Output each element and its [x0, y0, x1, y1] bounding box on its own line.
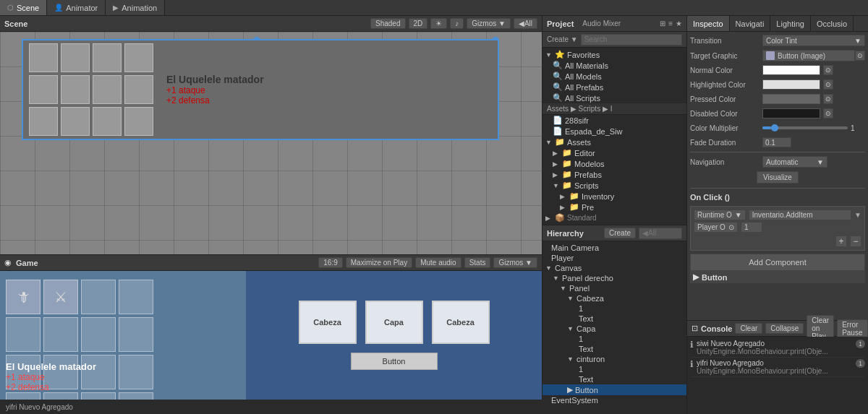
hier-capa-1[interactable]: 1	[542, 334, 686, 344]
file-espada[interactable]: 📄 Espada_de_Siw	[542, 126, 686, 137]
assets-header[interactable]: ▼ 📁 Assets	[542, 137, 686, 147]
tab-inspecto[interactable]: Inspecto	[687, 16, 730, 31]
hier-cabeza1-1[interactable]: 1	[542, 303, 686, 314]
game-slot-cabeza1[interactable]: Cabeza	[299, 301, 357, 344]
hier-cinturon-text[interactable]: Text	[542, 374, 686, 384]
game-inv-slot[interactable]	[81, 317, 116, 352]
runtime-dropdown-arrow2[interactable]: ▼	[854, 211, 861, 219]
2d-button[interactable]: 2D	[409, 18, 428, 29]
game-inv-slot[interactable]	[6, 317, 41, 352]
hier-canvas[interactable]: ▼ Canvas	[542, 263, 686, 273]
runtime-value[interactable]: Inventario.AddItem	[749, 210, 851, 220]
hier-eventsystem[interactable]: EventSystem	[542, 395, 686, 405]
game-gizmos[interactable]: Gizmos ▼	[493, 257, 537, 268]
gizmos-dropdown[interactable]: Gizmos ▼	[467, 18, 511, 29]
navigation-dropdown[interactable]: Automatic ▼	[762, 156, 827, 168]
game-inv-slot[interactable]	[119, 392, 153, 400]
all-button[interactable]: ◀All	[514, 18, 537, 29]
add-component-button[interactable]: Add Component	[690, 254, 865, 271]
game-inv-slot[interactable]	[6, 392, 41, 400]
hier-capa-text[interactable]: Text	[542, 344, 686, 354]
create-label[interactable]: Create ▼	[547, 35, 578, 43]
fav-models[interactable]: 🔍 All Models	[542, 71, 686, 82]
stats-btn[interactable]: Stats	[464, 257, 491, 268]
game-inv-slot[interactable]: ⚔	[43, 280, 78, 314]
disabled-color-box[interactable]	[762, 108, 820, 118]
fav-materials[interactable]: 🔍 All Materials	[542, 60, 686, 71]
shading-dropdown[interactable]: Shaded	[370, 18, 405, 29]
tab-animator[interactable]: 👤 Animator	[47, 0, 106, 15]
game-slot-capa[interactable]: Capa	[365, 301, 423, 344]
hier-panel-derecho[interactable]: ▼ Panel derecho	[542, 273, 686, 283]
game-inv-slot[interactable]	[81, 392, 116, 400]
light-button[interactable]: ☀	[430, 18, 447, 29]
visualize-button[interactable]: Visualize	[757, 171, 799, 184]
hier-panel[interactable]: ▼ Panel	[542, 283, 686, 293]
console-clear-btn[interactable]: Clear	[735, 323, 762, 334]
file-288[interactable]: 📄 288sifr	[542, 115, 686, 126]
color-multiplier-slider[interactable]: 1	[762, 124, 865, 132]
player-value[interactable]: 1	[741, 222, 762, 233]
normal-color-pick[interactable]: ⊙	[823, 65, 833, 75]
hier-cabeza1-text[interactable]: Text	[542, 314, 686, 324]
hierarchy-search-input[interactable]	[639, 228, 682, 239]
disabled-color-pick[interactable]: ⊙	[823, 108, 833, 118]
normal-color-box[interactable]	[762, 65, 820, 75]
highlighted-color-pick[interactable]: ⊙	[823, 79, 833, 90]
folder-standard[interactable]: ▶ 📦 Standard	[542, 212, 686, 223]
pressed-color-pick[interactable]: ⊙	[823, 94, 833, 104]
folder-modelos[interactable]: ▶ 📁 Modelos	[542, 158, 686, 169]
slider-thumb[interactable]	[771, 124, 778, 131]
folder-inventory[interactable]: ▶ 📁 Inventory	[542, 191, 686, 202]
game-inv-slot[interactable]	[119, 317, 153, 352]
tab-navigati[interactable]: Navigati	[730, 16, 771, 31]
game-inv-slot[interactable]	[119, 280, 153, 314]
game-button[interactable]: Button	[351, 353, 438, 370]
maximize-btn[interactable]: Maximize on Play	[346, 257, 412, 268]
game-inv-slot[interactable]: 🗡	[6, 280, 41, 314]
project-icon1[interactable]: ⊞	[660, 20, 665, 27]
fav-scripts[interactable]: 🔍 All Scripts	[542, 92, 686, 103]
game-inv-slot[interactable]	[43, 392, 78, 400]
hier-button[interactable]: ▶ Button	[542, 384, 686, 395]
folder-scripts[interactable]: ▼ 📁 Scripts	[542, 180, 686, 191]
project-icon3[interactable]: ★	[676, 20, 682, 27]
folder-editor[interactable]: ▶ 📁 Editor	[542, 147, 686, 158]
transition-dropdown[interactable]: Color Tint ▼	[762, 35, 865, 46]
console-error-pause-btn[interactable]: Error Pause	[837, 319, 867, 338]
game-slot-cabeza2[interactable]: Cabeza	[432, 301, 490, 344]
remove-onclick-button[interactable]: −	[850, 236, 861, 247]
hier-main-camera[interactable]: Main Camera	[542, 243, 686, 253]
highlighted-color-box[interactable]	[762, 79, 820, 90]
game-inv-slot[interactable]	[119, 355, 153, 389]
hierarchy-create[interactable]: Create	[604, 228, 636, 238]
pressed-color-box[interactable]	[762, 94, 820, 104]
console-collapse-btn[interactable]: Collapse	[765, 323, 804, 334]
favorites-header[interactable]: ▼ ⭐ Favorites	[542, 49, 686, 60]
add-onclick-button[interactable]: +	[835, 236, 847, 247]
mute-btn[interactable]: Mute audio	[415, 257, 461, 268]
hier-cinturon[interactable]: ▼ cinturon	[542, 354, 686, 364]
audio-button[interactable]: ♪	[450, 18, 464, 29]
folder-prefabs[interactable]: ▶ 📁 Prefabs	[542, 169, 686, 180]
hier-cinturon-1[interactable]: 1	[542, 364, 686, 374]
tab-scene[interactable]: ⬡ Scene	[0, 0, 47, 15]
project-search-input[interactable]	[581, 34, 682, 46]
target-graphic-pick[interactable]: ⊙	[855, 51, 865, 61]
player-dropdown[interactable]: Player O ⊙	[694, 222, 738, 233]
fav-prefabs[interactable]: 🔍 All Prefabs	[542, 82, 686, 92]
folder-pre[interactable]: ▶ 📁 Pre	[542, 202, 686, 212]
tab-occlusio[interactable]: Occlusio	[811, 16, 854, 31]
fade-duration-value[interactable]: 0.1	[762, 137, 791, 147]
game-ratio[interactable]: 16:9	[318, 257, 342, 268]
game-inv-slot[interactable]	[43, 317, 78, 352]
tab-lighting[interactable]: Lighting	[770, 16, 811, 31]
hier-player[interactable]: Player	[542, 253, 686, 263]
runtime-dropdown[interactable]: Runtime O ▼	[694, 210, 746, 220]
hier-capa[interactable]: ▼ Capa	[542, 324, 686, 334]
game-inv-slot[interactable]	[81, 280, 116, 314]
target-graphic-value[interactable]: Button (Image)	[762, 50, 855, 61]
project-icon2[interactable]: ≡	[668, 20, 673, 27]
hier-cabeza1[interactable]: ▼ Cabeza	[542, 293, 686, 303]
tab-animation[interactable]: ▶ Animation	[106, 0, 165, 15]
